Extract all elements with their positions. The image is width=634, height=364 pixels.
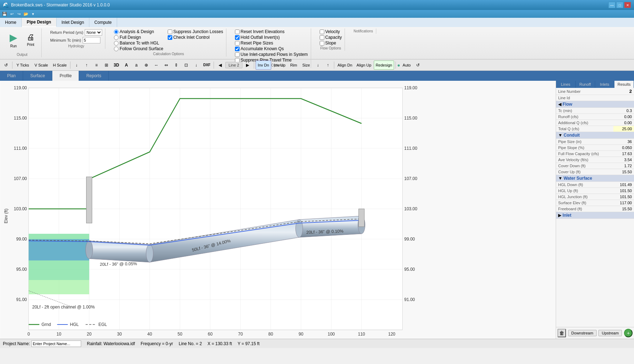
delete-button[interactable]: 🗑 <box>557 329 566 337</box>
toolbar-dxf[interactable]: DXF <box>201 60 212 70</box>
flow-section-header[interactable]: ◀ Flow <box>556 101 634 108</box>
toolbar-font-a[interactable]: A <box>122 60 131 70</box>
line-nav-right[interactable]: ▶ <box>243 60 252 70</box>
size-button[interactable]: Size <box>300 60 313 70</box>
align-up-button[interactable]: Align Up <box>355 60 373 70</box>
min-tc-input[interactable] <box>83 37 100 43</box>
toolbar-cross[interactable]: ⊕ <box>142 60 151 70</box>
align-dn-button[interactable]: Align Dn <box>336 60 354 70</box>
view-tab-bar: Plan Surface Profile Reports <box>0 71 634 81</box>
chart-area[interactable]: 119.00 115.00 111.00 107.00 103.00 99.00… <box>0 81 556 339</box>
v-scale-button[interactable]: V Scale <box>32 60 50 70</box>
h-scale-button[interactable]: H Scale <box>51 60 69 70</box>
print-label: Print <box>27 43 35 47</box>
chk-velocity[interactable]: Velocity <box>320 29 342 34</box>
y-ticks-button[interactable]: Y Ticks <box>14 60 32 70</box>
svg-text:90: 90 <box>299 332 304 337</box>
qa-dropdown-button[interactable]: ▾ <box>30 11 36 17</box>
redesign-button[interactable]: Redesign <box>374 60 394 70</box>
return-period-select[interactable]: None <box>85 29 102 36</box>
ribbon-tab-pipe-design[interactable]: Pipe Design <box>22 18 57 27</box>
inlet-section-header[interactable]: ▶ Inlet <box>556 212 634 219</box>
toolbar-up2[interactable]: ↑ <box>323 60 332 70</box>
toolbar-stretch-h[interactable]: ↔ <box>152 60 161 70</box>
line-nav-left[interactable]: ◀ <box>215 60 225 70</box>
ribbon-tab-inlet-design[interactable]: Inlet Design <box>57 18 89 27</box>
add-button[interactable]: + <box>624 329 633 337</box>
right-tab-runoff[interactable]: Runoff <box>576 81 595 88</box>
water-surface-section-header[interactable]: ▼ Water Surface <box>556 175 634 182</box>
ribbon-tab-home[interactable]: Home <box>0 18 22 27</box>
qa-open-button[interactable]: 📂 <box>23 11 29 17</box>
tab-profile[interactable]: Profile <box>52 71 79 81</box>
tab-plan[interactable]: Plan <box>0 71 23 81</box>
radio-analysis-design[interactable]: Analysis & Design <box>114 29 163 34</box>
project-input[interactable] <box>31 341 81 347</box>
hgl-junction-row: HGL Junction (ft) 101.50 <box>556 194 634 200</box>
maximize-button[interactable]: □ <box>616 2 623 8</box>
toolbar-stretch-v[interactable]: ⇕ <box>172 60 181 70</box>
undo-button[interactable]: ↺ <box>413 60 423 70</box>
chk-use-inlet[interactable]: Use Inlet-captured Flows in System <box>235 52 308 57</box>
toolbar-3d[interactable]: 3D <box>112 60 121 70</box>
svg-point-63 <box>146 244 153 262</box>
line-label: Line 2 <box>225 62 242 68</box>
chk-suppress-junction[interactable]: Suppress Junction Losses <box>168 29 223 34</box>
chk-hold-outfall[interactable]: Hold Outfall Invert(s) <box>235 35 308 40</box>
toolbar-list[interactable]: ≡ <box>92 60 101 70</box>
upstream-button[interactable]: Upstream <box>598 330 622 336</box>
qa-undo-button[interactable]: ↩ <box>9 11 15 17</box>
chk-check-inlet[interactable]: Check Inlet Control <box>168 35 223 40</box>
radio-full-design[interactable]: Full Design <box>114 35 163 40</box>
svg-text:110: 110 <box>358 332 365 337</box>
toolbar-export-down[interactable]: ↓ <box>192 60 201 70</box>
qa-redo-button[interactable]: ↪ <box>16 11 22 17</box>
rim-button[interactable]: Rim <box>288 60 299 70</box>
conduit-collapse-icon: ▼ <box>558 133 564 138</box>
chk-capacity[interactable]: Capacity <box>320 35 342 40</box>
inv-dn-button[interactable]: Inv Dn <box>256 60 271 70</box>
conduit-section-header[interactable]: ▼ Conduit <box>556 132 634 139</box>
toolbar-grid[interactable]: ⊞ <box>102 60 111 70</box>
chk-reset-pipe[interactable]: Reset Pipe Sizes <box>235 41 308 46</box>
right-tab-results[interactable]: Results <box>614 81 634 88</box>
toolbar-down-arrow[interactable]: ↓ <box>72 60 81 70</box>
svg-text:115.00: 115.00 <box>14 116 27 121</box>
svg-text:80: 80 <box>268 332 273 337</box>
tab-surface[interactable]: Surface <box>23 71 52 81</box>
qa-save-button[interactable]: 💾 <box>1 11 8 17</box>
close-button[interactable]: ✕ <box>624 2 631 8</box>
chk-reset-invert[interactable]: Reset Invert Elevations <box>235 29 308 34</box>
full-flow-row: Full Flow Capacity (cfs) 17.63 <box>556 151 634 157</box>
line-id-label: Line Id <box>556 95 613 101</box>
hgl-junction-value: 101.50 <box>613 194 634 200</box>
toolbar-up-arrow[interactable]: ↑ <box>82 60 91 70</box>
ribbon-group-run: ▶ Run 🖨 Print Output <box>3 28 42 57</box>
tc-row: Tc (min) 0.3 <box>556 108 634 114</box>
toolbar-stretch-both[interactable]: ⇔ <box>162 60 171 70</box>
print-button[interactable]: 🖨 Print <box>23 29 38 51</box>
chk-accumulate[interactable]: Accumulate Known Qs <box>235 46 308 51</box>
toolbar-font-small[interactable]: a <box>132 60 141 70</box>
radio-follow-ground[interactable]: Follow Ground Surface <box>114 46 163 51</box>
radio-balance-tc[interactable]: Balance Tc with HGL <box>114 41 163 46</box>
minimize-button[interactable]: — <box>608 2 615 8</box>
cursor-button[interactable]: ↺ <box>1 60 11 70</box>
chk-slope[interactable]: Slope <box>320 41 342 46</box>
right-tab-lines[interactable]: Lines <box>556 81 576 88</box>
calc-checkbox-group: Suppress Junction Losses Check Inlet Con… <box>168 29 223 51</box>
svg-text:91.00: 91.00 <box>16 297 27 302</box>
downstream-button[interactable]: Downstream <box>568 330 597 336</box>
ribbon: Home Pipe Design Inlet Design Compute ▶ … <box>0 18 634 59</box>
right-tab-inlets[interactable]: Inlets <box>595 81 615 88</box>
run-button[interactable]: ▶ Run <box>6 29 21 51</box>
toolbar-down2[interactable]: ↓ <box>313 60 323 70</box>
svg-text:99.00: 99.00 <box>16 237 27 242</box>
svg-point-61 <box>86 241 93 259</box>
profile-chart: 119.00 115.00 111.00 107.00 103.00 99.00… <box>0 81 556 339</box>
inv-up-button[interactable]: Inv Up <box>272 60 288 70</box>
tab-reports[interactable]: Reports <box>79 71 109 81</box>
ribbon-tab-compute[interactable]: Compute <box>89 18 117 27</box>
toolbar-box[interactable]: ⊡ <box>182 60 191 70</box>
auto-button[interactable]: Auto <box>401 60 413 70</box>
